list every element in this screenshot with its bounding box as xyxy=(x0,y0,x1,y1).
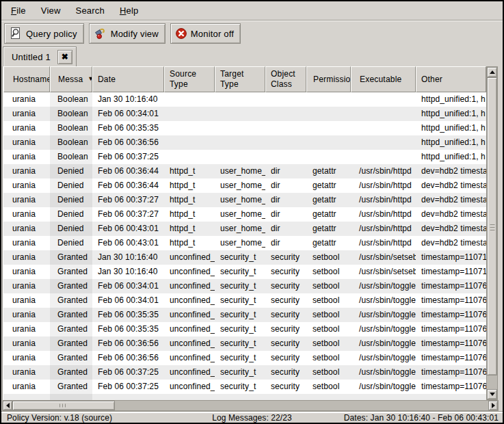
cell-target-type: security_t xyxy=(215,279,265,293)
menu-file[interactable]: File xyxy=(5,3,31,18)
menu-bar: FileViewSearchHelp xyxy=(1,1,503,20)
cell-source-type: httpd_t xyxy=(164,207,215,222)
tab-close-button[interactable]: ✖ xyxy=(57,50,72,64)
table-row[interactable]: uraniaGrantedFeb 06 00:37:25unconfined_s… xyxy=(3,380,486,394)
cell-other: dev=hdb2 timesta xyxy=(416,222,486,236)
cell-date: Feb 06 00:36:44 xyxy=(92,178,164,193)
table-row[interactable]: uraniaDeniedFeb 06 00:37:27httpd_tuser_h… xyxy=(3,207,486,222)
scroll-up-button[interactable] xyxy=(487,67,497,77)
tab-label: Untitled 1 xyxy=(12,52,51,62)
column-header-hostname[interactable]: Hostname xyxy=(3,66,50,92)
scroll-down-button[interactable] xyxy=(487,389,497,399)
table-row[interactable]: uraniaBooleanFeb 06 00:36:56httpd_unifie… xyxy=(3,135,486,150)
cell-permission xyxy=(306,135,351,150)
table-row[interactable]: uraniaBooleanFeb 06 00:37:25httpd_unifie… xyxy=(3,150,486,164)
query-policy-button[interactable]: Query policy xyxy=(4,23,84,44)
cell-hostname: urania xyxy=(3,150,50,164)
table-row[interactable]: uraniaGrantedFeb 06 00:37:25unconfined_s… xyxy=(3,365,486,380)
cell-date xyxy=(92,394,164,400)
column-header-object-class[interactable]: Object Class xyxy=(265,66,306,92)
tab-bar: Untitled 1 ✖ xyxy=(1,46,503,66)
cell-hostname: urania xyxy=(3,121,50,135)
arrow-left-icon xyxy=(6,403,10,408)
cell-other: timestamp=11076 xyxy=(416,322,486,336)
column-header-date[interactable]: Date xyxy=(92,66,164,92)
cell-source-type: httpd_t xyxy=(164,236,215,250)
cell-object-class: security xyxy=(265,336,306,351)
scroll-right-button[interactable] xyxy=(488,401,498,410)
table-row[interactable]: uraniaDeniedFeb 06 00:36:44httpd_tuser_h… xyxy=(3,164,486,178)
column-header-messa[interactable]: Messa▼ xyxy=(50,66,92,92)
table-row[interactable] xyxy=(3,394,486,400)
cell-message: Boolean xyxy=(50,135,92,150)
cell-object-class: dir xyxy=(265,164,306,178)
monitor-off-button[interactable]: Monitor off xyxy=(170,23,241,44)
table-row[interactable]: uraniaBooleanJan 30 10:16:40httpd_unifie… xyxy=(3,92,486,107)
scroll-left-button[interactable] xyxy=(3,401,12,410)
table-row[interactable]: uraniaGrantedFeb 06 00:34:01unconfined_s… xyxy=(3,293,486,308)
column-header-permission[interactable]: Permission xyxy=(306,66,351,92)
table-row[interactable]: uraniaDeniedFeb 06 00:43:01httpd_tuser_h… xyxy=(3,236,486,250)
sort-descending-icon: ▼ xyxy=(88,75,92,83)
cell-date: Feb 06 00:34:01 xyxy=(92,293,164,308)
cell-object-class: security xyxy=(265,279,306,293)
table-row[interactable]: uraniaDeniedFeb 06 00:43:01httpd_tuser_h… xyxy=(3,222,486,236)
table-row[interactable]: uraniaGrantedFeb 06 00:34:01unconfined_s… xyxy=(3,279,486,293)
cell-date: Feb 06 00:36:56 xyxy=(92,351,164,365)
cell-executable: /usr/sbin/toggle xyxy=(351,279,416,293)
monitor-off-icon xyxy=(175,27,187,40)
vertical-scrollbar-thumb[interactable] xyxy=(487,77,497,375)
column-header-other[interactable]: Other xyxy=(416,66,486,92)
query-policy-icon xyxy=(9,27,23,40)
vertical-scrollbar[interactable] xyxy=(486,66,498,400)
cell-message: Granted xyxy=(50,322,92,336)
cell-target-type xyxy=(215,92,265,107)
column-header-target-type[interactable]: Target Type xyxy=(215,66,265,92)
menu-help[interactable]: Help xyxy=(114,3,144,18)
cell-source-type xyxy=(164,107,215,121)
table-row[interactable]: uraniaGrantedFeb 06 00:35:35unconfined_s… xyxy=(3,322,486,336)
table-row[interactable]: uraniaDeniedFeb 06 00:37:27httpd_tuser_h… xyxy=(3,193,486,207)
cell-object-class xyxy=(265,394,306,400)
cell-hostname: urania xyxy=(3,322,50,336)
column-header-label: Hostname xyxy=(13,75,50,85)
column-header-label: Messa xyxy=(58,75,83,85)
cell-hostname: urania xyxy=(3,308,50,322)
tab-untitled-1[interactable]: Untitled 1 ✖ xyxy=(3,47,77,66)
horizontal-scrollbar[interactable] xyxy=(2,400,499,411)
cell-object-class: security xyxy=(265,250,306,265)
table-row[interactable]: uraniaGrantedFeb 06 00:36:56unconfined_s… xyxy=(3,336,486,351)
table-row[interactable]: uraniaBooleanFeb 06 00:35:35httpd_unifie… xyxy=(3,121,486,135)
table-row[interactable]: uraniaGrantedJan 30 10:16:40unconfined_s… xyxy=(3,250,486,265)
cell-target-type xyxy=(215,107,265,121)
column-header-label: Date xyxy=(98,75,116,85)
cell-object-class: security xyxy=(265,351,306,365)
cell-message: Denied xyxy=(50,164,92,178)
cell-date: Feb 06 00:34:01 xyxy=(92,279,164,293)
column-header-label: Other xyxy=(421,75,442,85)
table-row[interactable]: uraniaGrantedFeb 06 00:35:35unconfined_s… xyxy=(3,308,486,322)
cell-other: timestamp=11076 xyxy=(416,293,486,308)
column-header-label: Target Type xyxy=(220,69,244,90)
column-header-source-type[interactable]: Source Type xyxy=(164,66,215,92)
modify-view-button[interactable]: Modify view xyxy=(89,23,165,44)
cell-target-type: security_t xyxy=(215,250,265,265)
cell-hostname: urania xyxy=(3,164,50,178)
table-row[interactable]: uraniaGrantedFeb 06 00:36:56unconfined_s… xyxy=(3,351,486,365)
column-header-executable[interactable]: Executable xyxy=(351,66,416,92)
table-row[interactable]: uraniaBooleanFeb 06 00:34:01httpd_unifie… xyxy=(3,107,486,121)
cell-source-type xyxy=(164,150,215,164)
table-row[interactable]: uraniaGrantedJan 30 10:16:40unconfined_s… xyxy=(3,265,486,279)
cell-object-class: dir xyxy=(265,222,306,236)
cell-date: Feb 06 00:35:35 xyxy=(92,121,164,135)
column-header-label: Source Type xyxy=(170,69,196,90)
table-row[interactable]: uraniaDeniedFeb 06 00:36:44httpd_tuser_h… xyxy=(3,178,486,193)
cell-permission: getattr xyxy=(306,164,351,178)
horizontal-scrollbar-thumb[interactable] xyxy=(12,401,115,410)
cell-other: timestamp=11076 xyxy=(416,380,486,394)
cell-executable: /usr/sbin/toggle xyxy=(351,365,416,380)
cell-hostname: urania xyxy=(3,279,50,293)
menu-search[interactable]: Search xyxy=(70,3,110,18)
menu-view[interactable]: View xyxy=(36,3,66,18)
cell-hostname: urania xyxy=(3,250,50,265)
